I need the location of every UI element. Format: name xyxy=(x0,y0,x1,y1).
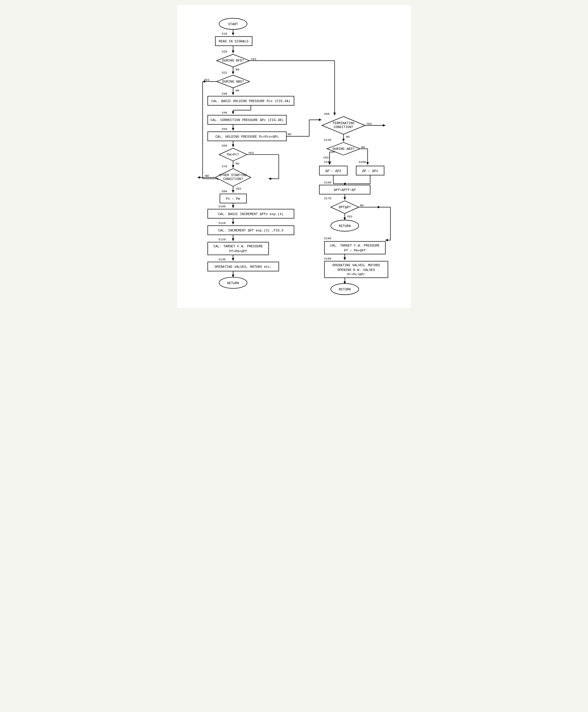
svg-marker-48 xyxy=(232,222,234,225)
s90-node2: CONDITION? xyxy=(334,125,353,129)
return1-node: RETURN xyxy=(227,281,239,285)
svg-marker-40 xyxy=(198,176,200,179)
svg-marker-71 xyxy=(366,162,369,165)
s130-node: OPERATING VALVES, MOTORS etc. xyxy=(214,265,272,269)
s70-node: OTHER STARTING xyxy=(219,173,247,177)
svg-marker-30 xyxy=(232,144,234,147)
s10-label: S10 xyxy=(222,32,227,36)
svg-marker-90 xyxy=(385,239,388,242)
s70-label: S70 xyxy=(222,165,227,168)
s120-node2: Pf=Pm+ΔPf xyxy=(229,249,247,253)
svg-marker-11 xyxy=(232,72,234,74)
svg-marker-51 xyxy=(232,238,234,241)
svg-marker-5 xyxy=(232,50,234,53)
s120-label: S120 xyxy=(218,238,226,241)
svg-marker-27 xyxy=(232,128,234,131)
svg-marker-83 xyxy=(378,206,380,209)
s160-label: S160 xyxy=(324,181,331,184)
s110-label: S110 xyxy=(218,221,226,225)
s40-node: CAL. CORRECTION PRESSURE ΔPc (FIG.4B) xyxy=(210,118,284,122)
s40-label: S40 xyxy=(222,111,227,114)
s90-no-label: NO xyxy=(346,135,350,139)
svg-marker-24 xyxy=(232,111,234,114)
s140-node: DURING ABS? xyxy=(333,147,355,151)
s22-label: S22 xyxy=(222,71,227,75)
return2-node: RETURN xyxy=(339,224,351,228)
s22-no-label: NO xyxy=(235,89,239,92)
s70-node2: CONDITION? xyxy=(223,177,243,181)
svg-marker-80 xyxy=(343,197,346,200)
s140-no-label: NO xyxy=(361,145,365,149)
s190-label: S190 xyxy=(324,257,331,260)
svg-marker-42 xyxy=(232,190,234,193)
s60-yes-label: YES xyxy=(248,151,254,155)
s50-no-label: NO xyxy=(288,132,291,136)
s180-node: CAL. TARGET F.W. PRESSURE xyxy=(330,244,379,248)
s160-node: ΔPf=ΔPff−ΔP xyxy=(334,188,356,192)
s80-label: S80 xyxy=(222,190,227,193)
s120-node: CAL. TARGET F.W. PRESSURE xyxy=(213,245,263,248)
s190-node2: OPENING R.W. VALVES xyxy=(337,268,375,272)
svg-marker-63 xyxy=(342,139,345,142)
s20-label: S20 xyxy=(222,50,227,54)
s70-yes-label: YES xyxy=(235,187,241,191)
s20-no-label: NO xyxy=(235,68,239,71)
flowchart-container: START S10 READ IN SIGNALS S20 DURING BFD… xyxy=(177,5,411,308)
s180-node2: Pf ← Pm+ΔPf xyxy=(344,249,366,252)
s10-node: READ IN SIGNALS xyxy=(219,40,248,43)
s20-node: DURING BFD? xyxy=(222,59,244,63)
s90-label: S90 xyxy=(324,112,329,116)
svg-marker-77 xyxy=(344,183,347,185)
s90-node: TERMINATING xyxy=(333,121,355,125)
flowchart-svg: START S10 READ IN SIGNALS S20 DURING BFD… xyxy=(182,13,406,299)
s60-node: Pm>Pc? xyxy=(227,153,239,156)
svg-marker-61 xyxy=(383,124,385,127)
svg-marker-2 xyxy=(232,33,234,35)
s170-label: S170 xyxy=(324,197,331,200)
s100-label: S100 xyxy=(218,205,226,208)
s90-yes-label: YES xyxy=(366,122,372,126)
s140-yes-label: YES xyxy=(323,156,329,160)
s30-label: S30 xyxy=(222,92,227,96)
s80-node: Pc ← Pm xyxy=(226,197,240,201)
s50-node: CAL. HOLDING PRESSURE Pc=Pcs+ΔPc xyxy=(215,135,279,139)
svg-marker-9 xyxy=(333,113,336,115)
s150-node: ΔP ← ΔP2 xyxy=(326,169,341,173)
s130-label: S130 xyxy=(218,258,226,261)
s50-label: S50 xyxy=(222,127,227,131)
s200-label: S200 xyxy=(359,160,366,164)
return3-node: RETURN xyxy=(339,288,351,291)
svg-marker-37 xyxy=(232,165,234,168)
s140-label: S140 xyxy=(324,138,331,142)
svg-marker-35 xyxy=(269,177,271,180)
s180-label: S180 xyxy=(324,237,331,240)
s60-label: S60 xyxy=(222,144,227,148)
svg-marker-45 xyxy=(232,206,234,208)
svg-marker-101 xyxy=(319,119,321,121)
s200-node: ΔP ← ΔP1 xyxy=(362,169,378,173)
svg-marker-54 xyxy=(232,258,234,261)
s60-no-label: NO xyxy=(235,162,239,165)
start-node: START xyxy=(228,22,238,26)
s110-node: CAL. INCREMENT ΔPf exp.(3) ,FIG.5 xyxy=(218,229,284,232)
s20-yes-label: YES xyxy=(251,57,256,61)
svg-marker-57 xyxy=(232,275,234,277)
svg-marker-85 xyxy=(343,217,346,220)
s170-no-label: NO xyxy=(360,204,363,207)
s170-yes-label: YES xyxy=(347,215,352,218)
s170-node: ΔPf≦0? xyxy=(339,205,351,209)
s70-no-label: NO xyxy=(205,174,209,178)
s190-node: OPERATING VALVES, MOTORS xyxy=(332,264,380,267)
s190-node3: Pr=Pc+ΔPr xyxy=(347,272,365,276)
svg-marker-93 xyxy=(343,257,346,260)
s22-node: DURING ABS? xyxy=(222,80,244,84)
s100-node: CAL. BASIC INCREMENT ΔPfo exp.(4) xyxy=(218,212,284,216)
s30-node: CAL. BASIC HOLDING PRESSURE Pcs (FIG.4A) xyxy=(211,99,291,103)
svg-marker-19 xyxy=(232,92,234,95)
